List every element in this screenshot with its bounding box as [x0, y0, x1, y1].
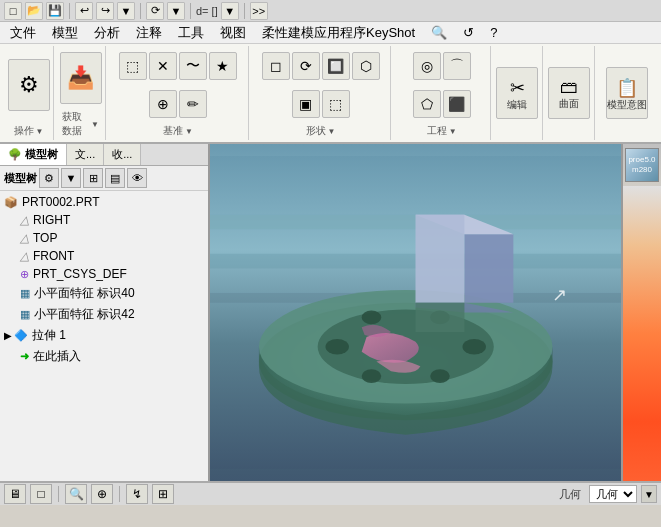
edit-main-button[interactable]: ✂ 编辑 [496, 67, 538, 119]
action-main-button[interactable]: ⚙ [8, 59, 50, 111]
tree-item-extrude[interactable]: ▶ 🔷 拉伸 1 [0, 325, 208, 346]
datum-label: 基准 ▼ [163, 122, 193, 138]
qa-separator-3 [190, 3, 191, 19]
qa-open-button[interactable]: 📂 [25, 2, 43, 20]
tree-item-part[interactable]: 📦 PRT0002.PRT [0, 193, 208, 211]
tree-item-top[interactable]: △ TOP [0, 229, 208, 247]
ribbon-toolbar: ⚙ 操作 ▼ 📥 获取数据 ▼ ⬚ ✕ 〜 ★ ⊕ ✏ 基准 [0, 44, 661, 144]
datum-plane-icon-front: △ [20, 249, 29, 263]
extrude-arrow-icon: ▶ [4, 330, 12, 341]
svg-point-7 [325, 339, 348, 355]
status-bar: 🖥 □ 🔍 ⊕ ↯ ⊞ 几何 几何 ▼ [0, 481, 661, 505]
panel-settings-button[interactable]: ⚙ [39, 168, 59, 188]
shape-draft-button[interactable]: ⬚ [322, 90, 350, 118]
qa-new-button[interactable]: □ [4, 2, 22, 20]
datum-plane-icon: △ [20, 213, 29, 227]
menu-keyshot[interactable]: 柔性建模应用程序KeyShot [254, 22, 423, 44]
shape-extrude-button[interactable]: ◻ [262, 52, 290, 80]
menu-model[interactable]: 模型 [44, 22, 86, 44]
panel-arrow-button[interactable]: ▼ [61, 168, 81, 188]
menu-view[interactable]: 视图 [212, 22, 254, 44]
datum-point-button[interactable]: ★ [209, 52, 237, 80]
facet-icon-40: ▦ [20, 287, 30, 300]
datum-plane-button[interactable]: ⬚ [119, 52, 147, 80]
qa-undo-button[interactable]: ↩ [75, 2, 93, 20]
status-group-button[interactable]: ⊞ [152, 484, 174, 504]
status-display-button[interactable]: 🖥 [4, 484, 26, 504]
panel-tabs: 🌳 模型树 文... 收... [0, 144, 208, 166]
tree-item-csys[interactable]: ⊕ PRT_CSYS_DEF [0, 265, 208, 283]
status-select-arrow[interactable]: ▼ [641, 485, 657, 503]
panel-tab-collect[interactable]: 收... [104, 144, 141, 165]
app-icon-box[interactable]: proe5.0 m280 [625, 148, 659, 182]
modeltree-tab-icon: 🌳 [8, 148, 22, 160]
datum-sketch-button[interactable]: ✏ [179, 90, 207, 118]
menu-tools[interactable]: 工具 [170, 22, 212, 44]
panel-columns-button[interactable]: ⊞ [83, 168, 103, 188]
tree-item-front[interactable]: △ FRONT [0, 247, 208, 265]
actions-label: 操作 ▼ [14, 122, 44, 138]
left-panel: 🌳 模型树 文... 收... 模型树 ⚙ ▼ ⊞ ▤ 👁 📦 PRT0002 [0, 144, 210, 481]
status-mode-label: 几何 [382, 487, 586, 502]
menu-bar: 文件 模型 分析 注释 工具 视图 柔性建模应用程序KeyShot 🔍 ↺ ? [0, 22, 661, 44]
modelintent-main-button[interactable]: 📋 模型意图 [606, 67, 648, 119]
qa-arrow-button[interactable]: ▼ [167, 2, 185, 20]
tree-item-facet42[interactable]: ▦ 小平面特征 标识42 [0, 304, 208, 325]
menu-file[interactable]: 文件 [2, 22, 44, 44]
qa-formula-label: d= [] [196, 5, 218, 17]
csys-icon: ⊕ [20, 268, 29, 281]
right-panel: proe5.0 m280 [621, 144, 661, 481]
svg-point-8 [462, 339, 485, 355]
facet-icon-42: ▦ [20, 308, 30, 321]
getdata-tools: 📥 [60, 48, 102, 108]
status-window-button[interactable]: □ [30, 484, 52, 504]
qa-undo-arrow[interactable]: ▼ [117, 2, 135, 20]
surface-tools: 🗃 曲面 [548, 48, 590, 138]
qa-regen-button[interactable]: ⟳ [146, 2, 164, 20]
insert-icon: ➜ [20, 350, 29, 363]
status-sep-2 [119, 486, 120, 502]
eng-round-button[interactable]: ⌒ [443, 52, 471, 80]
ribbon-section-getdata: 📥 获取数据 ▼ [56, 46, 106, 140]
status-magnify-button[interactable]: 🔍 [65, 484, 87, 504]
shape-blend-button[interactable]: ⬡ [352, 52, 380, 80]
panel-tab-file[interactable]: 文... [67, 144, 104, 165]
qa-more-button[interactable]: >> [250, 2, 268, 20]
status-mode-select[interactable]: 几何 [589, 485, 637, 503]
panel-tab-modeltree[interactable]: 🌳 模型树 [0, 144, 67, 165]
main-area: 🌳 模型树 文... 收... 模型树 ⚙ ▼ ⊞ ▤ 👁 📦 PRT0002 [0, 144, 661, 481]
tree-item-right[interactable]: △ RIGHT [0, 211, 208, 229]
tree-content: 📦 PRT0002.PRT △ RIGHT △ TOP △ FRONT ⊕ P [0, 191, 208, 481]
qa-save-button[interactable]: 💾 [46, 2, 64, 20]
datum-axis-button[interactable]: ✕ [149, 52, 177, 80]
menu-search[interactable]: 🔍 [423, 23, 455, 42]
panel-options-button[interactable]: ▤ [105, 168, 125, 188]
viewport[interactable]: ↗ [210, 144, 621, 481]
eng-hole-button[interactable]: ◎ [413, 52, 441, 80]
modelintent-tools: 📋 模型意图 [606, 48, 648, 138]
qa-redo-button[interactable]: ↪ [96, 2, 114, 20]
menu-help[interactable]: ? [482, 23, 505, 42]
menu-undo[interactable]: ↺ [455, 23, 482, 42]
svg-point-12 [430, 369, 450, 383]
eng-shell-button[interactable]: ⬛ [443, 90, 471, 118]
shape-rib-button[interactable]: ▣ [292, 90, 320, 118]
datum-curve-button[interactable]: 〜 [179, 52, 207, 80]
datum-csys-button[interactable]: ⊕ [149, 90, 177, 118]
eng-chamfer-button[interactable]: ⬠ [413, 90, 441, 118]
app-icon-label: proe5.0 m280 [628, 155, 655, 174]
getdata-main-button[interactable]: 📥 [60, 52, 102, 104]
tree-item-facet40[interactable]: ▦ 小平面特征 标识40 [0, 283, 208, 304]
gradient-panel [623, 186, 661, 481]
status-zoom-button[interactable]: ⊕ [91, 484, 113, 504]
menu-analysis[interactable]: 分析 [86, 22, 128, 44]
qa-formula-arrow[interactable]: ▼ [221, 2, 239, 20]
surface-main-button[interactable]: 🗃 曲面 [548, 67, 590, 119]
ribbon-section-shape: ◻ ⟳ 🔲 ⬡ ▣ ⬚ 形状 ▼ [251, 46, 392, 140]
tree-item-insert[interactable]: ➜ 在此插入 [0, 346, 208, 367]
shape-revolve-button[interactable]: ⟳ [292, 52, 320, 80]
menu-annotation[interactable]: 注释 [128, 22, 170, 44]
shape-sweep-button[interactable]: 🔲 [322, 52, 350, 80]
status-tools-button[interactable]: ↯ [126, 484, 148, 504]
panel-preview-button[interactable]: 👁 [127, 168, 147, 188]
